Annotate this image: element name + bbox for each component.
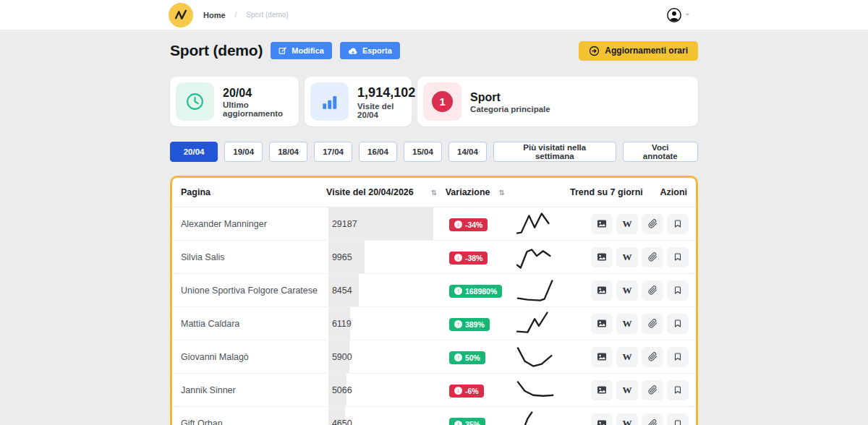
date-filter-14-04[interactable]: 14/04 [448,142,487,162]
news-action-button[interactable] [591,214,613,234]
wikipedia-action-button[interactable]: W [616,314,638,334]
row-actions: W [591,347,696,367]
logo-zigzag-icon [173,7,189,23]
row-actions: W [591,413,696,425]
sort-icon[interactable]: ⇅ [499,189,505,197]
top-navbar: Home / Sport (demo) ⌄ [0,0,868,30]
wikipedia-action-button[interactable]: W [616,214,638,234]
stat-label: Visite del 20/04 [357,102,415,119]
table-row: Silvia Salis9965↓-38%W [172,241,696,274]
page-title: Sport (demo) [170,42,263,59]
app-logo[interactable] [169,3,193,27]
page-name[interactable]: Unione Sportiva Folgore Caratese [172,286,328,296]
trend-sparkline [514,210,591,238]
variation-badge: ↑389% [449,318,490,331]
wikipedia-action-button[interactable]: W [616,247,638,267]
bookmark-action-button[interactable] [667,280,689,301]
variation-badge: ↓-34% [449,218,488,231]
variation-cell: ↑35% [449,416,514,425]
news-action-button[interactable] [591,314,613,334]
date-filter-15-04[interactable]: 15/04 [404,142,442,162]
page-header: Sport (demo) Modifica Esporta Aggiorname… [170,40,698,61]
news-action-button[interactable] [591,413,613,425]
variation-cell: ↑168980% [449,283,514,298]
table-body: Alexander Manninger29187↓-34%WSilvia Sal… [172,207,696,425]
edit-button[interactable]: Modifica [271,42,332,59]
table-row: Giovanni Malagò5900↑50%W [172,340,696,374]
trend-sparkline [514,310,591,338]
user-menu[interactable]: ⌄ [666,7,699,23]
link-action-button[interactable] [642,247,663,267]
hourly-updates-button[interactable]: Aggiornamenti orari [579,41,698,61]
visits-value: 5900 [328,352,352,362]
column-header-variation[interactable]: Variazione⇅ [446,187,570,197]
news-action-button[interactable] [591,347,613,367]
clock-icon [176,82,214,121]
page-name[interactable]: Mattia Caldara [172,319,328,329]
wikipedia-action-button[interactable]: W [616,280,638,301]
column-header-visits[interactable]: Visite del 20/04/2026⇅ [326,187,446,197]
news-action-button[interactable] [591,380,613,400]
export-button-label: Esporta [362,46,392,55]
bookmark-action-button[interactable] [667,314,689,334]
visits-value: 8454 [328,286,352,296]
date-filter-16-04[interactable]: 16/04 [359,142,397,162]
arrow-down-circle-icon: ↓ [454,220,462,228]
column-header-actions: Azioni [660,187,697,197]
chevron-down-icon: ⌄ [684,8,691,17]
link-action-button[interactable] [642,380,663,400]
link-action-button[interactable] [642,314,663,334]
news-action-button[interactable] [591,280,613,301]
page-name[interactable]: Silvia Salis [172,252,328,262]
trend-sparkline [514,277,591,304]
variation-cell: ↓-6% [449,382,514,398]
most-visited-week-button[interactable]: Più visitati nella settimana [493,142,616,162]
date-filter-bar: 20/0419/0418/0417/0416/0415/0414/04Più v… [170,142,698,162]
cloud-upload-icon [348,46,358,55]
bookmark-action-button[interactable] [667,380,689,400]
hourly-updates-label: Aggiornamenti orari [605,46,688,56]
page-name[interactable]: Jannik Sinner [172,385,328,395]
link-action-button[interactable] [642,214,663,234]
breadcrumb-home-link[interactable]: Home [203,11,226,20]
news-action-button[interactable] [591,247,613,267]
arrow-up-circle-icon: ↑ [454,320,462,328]
stat-card-category: 1 Sport Categoria principale [417,77,698,126]
link-action-button[interactable] [642,280,663,301]
bookmark-action-button[interactable] [667,347,689,367]
bookmark-action-button[interactable] [667,247,689,267]
user-avatar-icon[interactable] [666,7,682,23]
stat-value: 1,914,102 [357,84,415,101]
row-actions: W [591,247,696,267]
arrow-up-circle-icon: ↑ [454,421,462,425]
link-action-button[interactable] [642,347,663,367]
date-filter-19-04[interactable]: 19/04 [224,142,263,162]
stat-value: 20/04 [223,85,289,101]
date-filter-18-04[interactable]: 18/04 [269,142,307,162]
edit-button-label: Modifica [292,46,324,55]
page-name[interactable]: Giovanni Malagò [172,352,328,362]
link-action-button[interactable] [642,413,663,425]
table-header: Pagina Visite del 20/04/2026⇅ Variazione… [172,178,696,207]
bookmark-action-button[interactable] [667,214,689,234]
export-button[interactable]: Esporta [340,42,400,59]
sort-icon[interactable]: ⇅ [431,189,437,197]
visits-cell: 6119 [328,307,449,340]
trend-sparkline [514,410,591,425]
visits-cell: 4650 [328,407,449,425]
bookmark-action-button[interactable] [667,413,689,425]
variation-badge: ↑35% [449,418,485,425]
breadcrumb: Home / Sport (demo) [203,11,289,20]
column-header-trend: Trend su 7 giorni [570,187,660,197]
page-name[interactable]: Gift Orban [172,418,328,425]
wikipedia-action-button[interactable]: W [616,380,638,400]
variation-cell: ↑50% [449,349,514,364]
wikipedia-action-button[interactable]: W [616,413,638,425]
date-filter-20-04[interactable]: 20/04 [170,142,218,162]
date-filter-17-04[interactable]: 17/04 [314,142,352,162]
annotated-entries-button[interactable]: Voci annotate [623,142,698,162]
wikipedia-action-button[interactable]: W [616,347,638,367]
table-row: Jannik Sinner5066↓-6%W [172,374,696,407]
page-name[interactable]: Alexander Manninger [172,219,328,229]
rank-number: 1 [432,91,453,112]
